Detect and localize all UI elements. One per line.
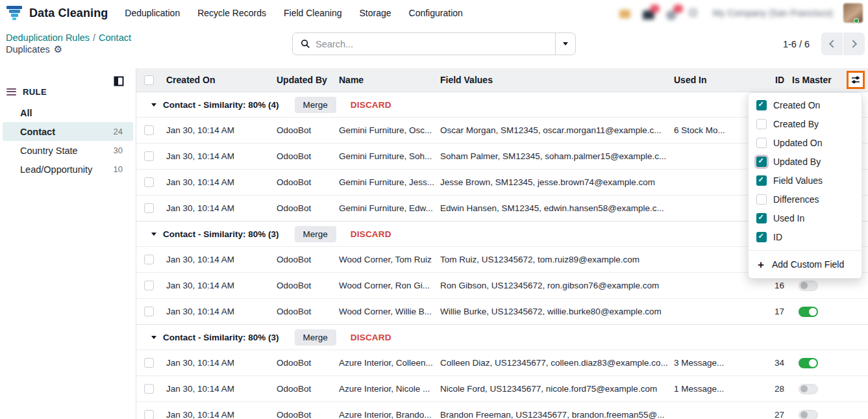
row-checkbox[interactable] <box>144 358 154 368</box>
cell-field-values: Soham Palmer, SM12345, soham.palmer15@ex… <box>440 151 674 161</box>
breadcrumb-link-contact[interactable]: Contact <box>99 32 131 43</box>
pager-previous-button[interactable] <box>821 32 843 55</box>
column-header-name[interactable]: Name <box>339 75 440 85</box>
row-checkbox[interactable] <box>144 410 154 419</box>
checkbox-icon[interactable] <box>756 175 767 186</box>
hamburger-icon[interactable] <box>6 86 16 97</box>
cell-field-values: Jesse Brown, SM12345, jesse.brown74@exam… <box>440 177 674 187</box>
search-bar <box>292 32 576 55</box>
cell-updated-by: OdooBot <box>277 177 339 187</box>
row-checkbox[interactable] <box>144 151 154 161</box>
sidebar-item-all[interactable]: All <box>3 103 133 122</box>
search-input[interactable] <box>316 39 555 49</box>
dropdown-option-id[interactable]: ID <box>749 227 862 246</box>
sidebar-item-lead-opportunity[interactable]: Lead/Opportunity 10 <box>3 160 133 179</box>
dropdown-option-updated-by[interactable]: Updated By <box>749 152 862 171</box>
discard-button[interactable]: DISCARD <box>351 333 391 342</box>
table-row[interactable]: Jan 30, 10:14 AM OdooBot Azure Interior,… <box>136 375 868 401</box>
nav-item-field-cleaning[interactable]: Field Cleaning <box>284 8 342 18</box>
column-header-is-master[interactable]: Is Master <box>792 75 843 85</box>
select-all-checkbox[interactable] <box>144 75 154 85</box>
optional-columns-button[interactable] <box>847 71 865 89</box>
company-name[interactable]: My Company (San Francisco) <box>713 8 833 18</box>
table-row[interactable]: Jan 30, 10:14 AM OdooBot Azure Interior,… <box>136 401 868 419</box>
dropdown-option-created-on[interactable]: Created On <box>749 95 862 114</box>
sidebar-toggle-icon[interactable] <box>114 76 124 89</box>
dropdown-option-label: Created By <box>773 119 819 129</box>
is-master-toggle[interactable] <box>799 410 818 419</box>
nav-item-recycle-records[interactable]: Recycle Records <box>197 8 266 18</box>
merge-button[interactable]: Merge <box>295 226 336 242</box>
checkbox-icon[interactable] <box>756 119 767 129</box>
sidebar-item-contact[interactable]: Contact 24 <box>3 122 133 141</box>
is-master-toggle[interactable] <box>799 281 818 291</box>
merge-button[interactable]: Merge <box>295 329 336 346</box>
row-checkbox[interactable] <box>144 125 154 135</box>
is-master-toggle[interactable] <box>799 358 818 368</box>
table-row[interactable]: Jan 30, 10:14 AM OdooBot Azure Interior,… <box>136 349 868 375</box>
dropdown-option-updated-on[interactable]: Updated On <box>749 133 862 152</box>
merge-button[interactable]: Merge <box>295 97 336 113</box>
discard-button[interactable]: DISCARD <box>351 229 391 239</box>
dropdown-option-differences[interactable]: Differences <box>749 190 862 209</box>
dropdown-option-created-by[interactable]: Created By <box>749 114 862 133</box>
messages-icon[interactable]: 1 <box>643 8 654 18</box>
cell-created-on: Jan 30, 10:14 AM <box>160 203 277 213</box>
discard-button[interactable]: DISCARD <box>351 100 391 110</box>
row-checkbox[interactable] <box>144 255 154 264</box>
column-header-id[interactable]: ID <box>765 75 792 85</box>
cell-updated-by: OdooBot <box>277 151 339 161</box>
checkbox-icon[interactable] <box>756 138 767 148</box>
cell-field-values: Ron Gibson, US12345672, ron.gibson76@exa… <box>440 281 674 290</box>
column-header-used-in[interactable]: Used In <box>674 75 765 85</box>
app-title[interactable]: Data Cleaning <box>29 6 108 20</box>
cell-name: Wood Corner, Tom Ruiz <box>339 255 440 264</box>
row-checkbox[interactable] <box>144 281 154 290</box>
group-collapse-caret-icon[interactable] <box>151 336 156 339</box>
action-gear-icon[interactable]: ⚙ <box>54 44 62 55</box>
data-cleaning-app-icon[interactable] <box>6 6 23 20</box>
cell-name: Gemini Furniture, Edw... <box>339 203 440 213</box>
breadcrumb-link-deduplication-rules[interactable]: Deduplication Rules <box>6 32 90 43</box>
grid-icon[interactable] <box>689 8 701 18</box>
rule-item-label: Country State <box>20 146 78 156</box>
nav-item-deduplication[interactable]: Deduplication <box>125 8 180 18</box>
nav-item-configuration[interactable]: Configuration <box>409 8 463 18</box>
search-main <box>293 33 555 55</box>
column-header-field-values[interactable]: Field Values <box>440 75 674 85</box>
plus-icon: + <box>758 259 764 270</box>
column-header-updated-by[interactable]: Updated By <box>277 75 339 85</box>
rule-list: All Contact 24 Country State 30 Lead/Opp… <box>0 103 136 179</box>
nav-item-storage[interactable]: Storage <box>360 8 391 18</box>
checkbox-icon[interactable] <box>756 213 767 223</box>
row-checkbox[interactable] <box>144 177 154 187</box>
table-row[interactable]: Jan 30, 10:14 AM OdooBot Wood Corner, Wi… <box>136 298 868 324</box>
cell-updated-by: OdooBot <box>277 410 339 419</box>
notifications-icon[interactable]: 1 <box>666 8 678 18</box>
checkbox-icon[interactable] <box>756 157 767 167</box>
dropdown-option-used-in[interactable]: Used In <box>749 209 862 227</box>
checkbox-icon[interactable] <box>756 232 767 242</box>
cell-used-in: 1 Message... <box>674 384 765 394</box>
dropdown-items: Created On Created By Updated On Updated… <box>749 95 862 246</box>
row-checkbox[interactable] <box>144 384 154 394</box>
group-collapse-caret-icon[interactable] <box>151 233 156 236</box>
activities-icon[interactable] <box>619 8 631 18</box>
pager-range: 1-6 / 6 <box>783 39 810 49</box>
row-checkbox[interactable] <box>144 203 154 213</box>
sidebar-item-country-state[interactable]: Country State 30 <box>3 141 133 160</box>
row-checkbox[interactable] <box>144 307 154 316</box>
pager-next-button[interactable] <box>843 32 865 55</box>
group-collapse-caret-icon[interactable] <box>151 103 156 107</box>
cell-name: Gemini Furniture, Jess... <box>339 177 440 187</box>
is-master-toggle[interactable] <box>799 384 818 394</box>
is-master-toggle[interactable] <box>799 307 818 317</box>
checkbox-icon[interactable] <box>756 100 767 110</box>
dropdown-option-label: Updated By <box>773 157 821 167</box>
search-filter-toggle[interactable] <box>555 33 575 55</box>
user-avatar[interactable] <box>843 3 863 23</box>
checkbox-icon[interactable] <box>756 194 767 205</box>
add-custom-field-button[interactable]: + Add Custom Field <box>749 250 862 278</box>
dropdown-option-field-values[interactable]: Field Values <box>749 171 862 190</box>
column-header-created-on[interactable]: Created On <box>160 75 277 85</box>
